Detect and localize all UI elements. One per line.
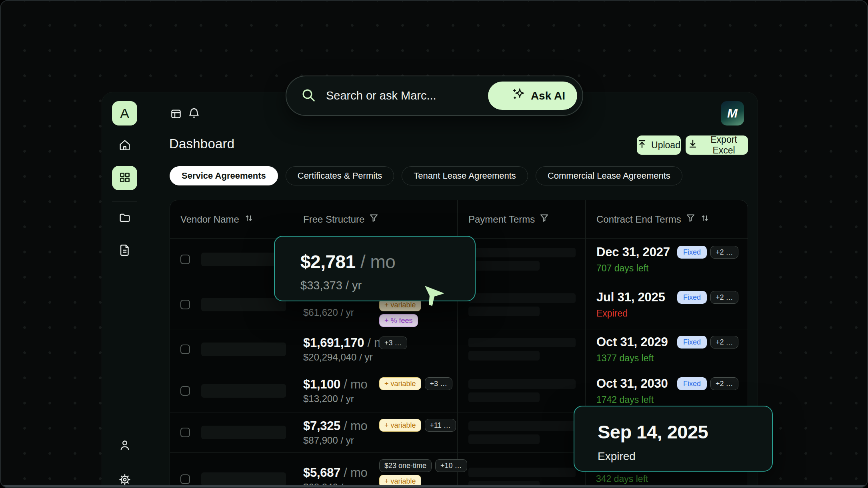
- fee-monthly: $1,100: [303, 377, 340, 391]
- sidebar-item-home[interactable]: [112, 133, 137, 158]
- sidebar-item-profile[interactable]: [112, 434, 137, 458]
- fee-unit: / mo: [344, 466, 367, 480]
- upload-button[interactable]: Upload: [637, 135, 681, 155]
- column-label: Vendor Name: [180, 214, 239, 225]
- fee-structure-cell: $1,100 / mo $13,200 / yr + variable +3 …: [293, 369, 457, 412]
- ask-ai-button[interactable]: Ask AI: [488, 82, 577, 110]
- vendor-skeleton: [201, 298, 286, 311]
- contract-end-cell: Dec 31, 2027 707 days left Fixed +2 …: [585, 239, 748, 280]
- sidebar-item-dashboard[interactable]: [112, 166, 137, 190]
- more-badge[interactable]: +11 …: [425, 419, 456, 432]
- payment-skeleton: [468, 392, 540, 402]
- person-icon: [118, 438, 132, 454]
- sort-icon[interactable]: [700, 213, 710, 225]
- days-left: 342 days left: [596, 474, 648, 484]
- tab-service-agreements[interactable]: Service Agreements: [170, 166, 278, 185]
- more-badge[interactable]: +3 …: [425, 377, 453, 390]
- search-bar: Ask AI: [286, 76, 583, 116]
- one-time-badge[interactable]: $23 one-time: [379, 459, 432, 472]
- payment-terms-cell: [457, 329, 585, 369]
- days-left: 1742 days left: [596, 394, 748, 405]
- payment-terms-cell: [457, 453, 585, 488]
- payment-skeleton: [468, 468, 576, 477]
- table-row[interactable]: $1,691,170 / mo $20,294,040 / yr +3 … Oc…: [170, 329, 748, 369]
- more-badge[interactable]: +2 …: [710, 246, 738, 259]
- tab-tenant-lease[interactable]: Tenant Lease Agreements: [402, 166, 528, 185]
- fixed-badge[interactable]: Fixed: [677, 336, 707, 349]
- payment-skeleton: [468, 351, 540, 361]
- bell-icon[interactable]: [188, 107, 200, 122]
- sort-icon[interactable]: [244, 213, 254, 225]
- search-icon: [286, 87, 316, 105]
- vendor-skeleton: [201, 384, 286, 398]
- column-header-contract-end[interactable]: Contract End Terms: [596, 200, 710, 238]
- more-badge[interactable]: +3 …: [379, 337, 407, 349]
- home-icon: [118, 138, 132, 153]
- fee-structure-cell: $7,325 / mo $87,900 / yr + variable +11 …: [293, 412, 457, 452]
- vendor-skeleton: [201, 343, 286, 356]
- avatar[interactable]: A: [112, 101, 137, 125]
- fee-monthly: $5,687: [303, 466, 340, 480]
- more-badge[interactable]: +2 …: [710, 377, 738, 390]
- fee-structure-cell: $1,691,170 / mo $20,294,040 / yr +3 …: [293, 329, 457, 369]
- vendor-skeleton: [201, 426, 286, 439]
- grid-icon: [118, 171, 132, 186]
- fee-structure-cell: $5,687 / mo $68,240 / yr $23 one-time +1…: [293, 453, 457, 488]
- folder-icon: [118, 211, 132, 226]
- document-icon: [118, 243, 132, 259]
- tab-commercial-lease[interactable]: Commercial Lease Agreements: [536, 166, 682, 185]
- days-left: 707 days left: [596, 263, 748, 274]
- percent-fees-badge[interactable]: + % fees: [379, 314, 418, 327]
- fixed-badge[interactable]: Fixed: [677, 246, 707, 259]
- row-checkbox[interactable]: [180, 255, 190, 264]
- payment-skeleton: [468, 261, 540, 271]
- search-input[interactable]: [325, 89, 488, 103]
- tab-bar: Service Agreements Certificates & Permit…: [170, 166, 682, 185]
- row-checkbox[interactable]: [180, 345, 190, 354]
- sidebar-separator: [112, 201, 137, 201]
- filter-icon[interactable]: [686, 213, 695, 225]
- column-label: Payment Terms: [468, 214, 535, 225]
- export-excel-button[interactable]: Export Excel: [686, 135, 748, 155]
- row-checkbox[interactable]: [180, 428, 190, 437]
- sidebar-item-documents[interactable]: [112, 239, 137, 263]
- ask-ai-label: Ask AI: [531, 90, 565, 102]
- upload-icon: [637, 139, 647, 151]
- row-checkbox[interactable]: [180, 474, 190, 484]
- logo-letter: M: [727, 106, 738, 121]
- contract-end-tooltip: Sep 14, 2025 Expired: [574, 406, 773, 472]
- expired-status: Expired: [596, 308, 748, 319]
- sparkle-icon: [498, 87, 526, 104]
- fixed-badge[interactable]: Fixed: [677, 377, 707, 390]
- tab-certificates-permits[interactable]: Certificates & Permits: [286, 166, 394, 185]
- sidebar-item-folders[interactable]: [112, 206, 137, 230]
- vendor-cell: [170, 412, 293, 452]
- more-badge[interactable]: +2 …: [710, 291, 738, 304]
- row-checkbox[interactable]: [180, 386, 190, 396]
- layout-panel-icon[interactable]: [170, 108, 182, 122]
- variable-badge[interactable]: + variable: [379, 377, 421, 390]
- fee-monthly: $7,325: [303, 419, 340, 433]
- tooltip-yearly-amount: $33,373 / yr: [300, 279, 475, 292]
- column-header-vendor[interactable]: Vendor Name: [180, 200, 254, 238]
- fixed-badge[interactable]: Fixed: [677, 291, 707, 304]
- fee-unit: / mo: [344, 377, 367, 391]
- filter-icon[interactable]: [369, 213, 378, 225]
- fee-monthly: $1,691,170: [303, 336, 364, 350]
- sidebar-divider: [151, 102, 151, 488]
- row-checkbox[interactable]: [180, 300, 190, 309]
- column-header-fee-structure[interactable]: Free Structure: [303, 200, 378, 238]
- column-header-payment-terms[interactable]: Payment Terms: [468, 200, 549, 238]
- fee-yearly: $20,294,040 / yr: [303, 351, 457, 363]
- variable-badge[interactable]: + variable: [379, 419, 421, 432]
- fee-unit: / mo: [344, 419, 367, 433]
- vendor-cell: [170, 453, 293, 488]
- payment-skeleton: [468, 421, 576, 431]
- vendor-cell: [170, 369, 293, 412]
- filter-icon[interactable]: [540, 213, 549, 225]
- more-badge[interactable]: +2 …: [710, 336, 738, 349]
- tooltip-end-date: Sep 14, 2025: [598, 421, 772, 443]
- payment-skeleton: [468, 307, 540, 316]
- payment-skeleton: [468, 379, 576, 389]
- export-excel-label: Export Excel: [702, 134, 746, 156]
